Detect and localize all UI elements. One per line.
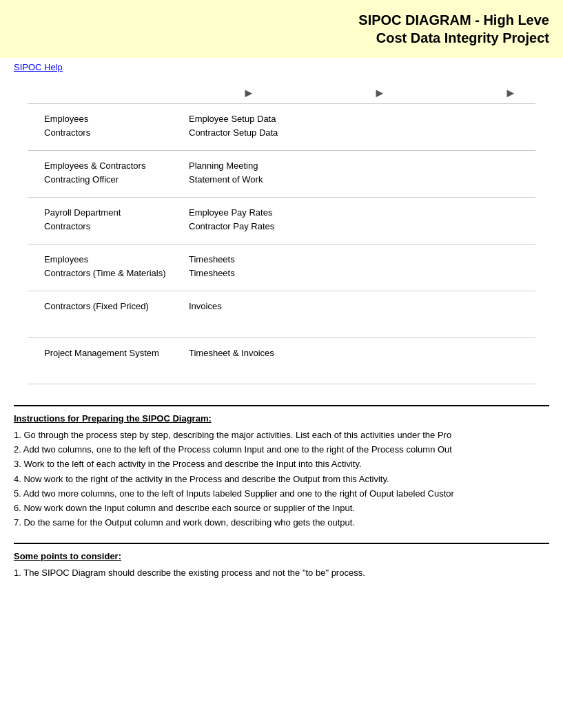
row6-input: Timesheet & Invoices [183,344,314,378]
table-row: EmployeesContractors (Time & Materials) … [28,244,535,291]
arrows-row: ► ► ► [14,83,549,103]
row3-input: Employee Pay RatesContractor Pay Rates [183,203,314,238]
row1-supplier: EmployeesContractors [39,110,183,145]
list-item: 1. Go through the process step by step, … [14,429,549,441]
row5-process [314,297,445,332]
row2-output [445,156,563,191]
table-row: Employees & ContractorsContracting Offic… [28,150,535,197]
arrow-2-icon: ► [373,86,386,101]
row1-output [445,110,563,145]
points-list: 1. The SIPOC Diagram should describe the… [14,567,549,579]
instructions-title: Instructions for Preparing the SIPOC Dia… [14,413,549,424]
col-arrow-3: ► [445,83,563,103]
header-title: SIPOC DIAGRAM - High Leve Cost Data Inte… [358,11,549,47]
row3-process [314,203,445,238]
col-arrow-1: ► [183,83,314,103]
row2-input: Planning MeetingStatement of Work [183,156,314,191]
row1-input: Employee Setup DataContractor Setup Data [183,110,314,145]
row6-output [445,344,563,378]
table-row: Payroll DepartmentContractors Employee P… [28,197,535,244]
row5-supplier: Contractors (Fixed Priced) [39,297,183,332]
row2-process [314,156,445,191]
table-row: Project Management System Timesheet & In… [28,337,535,384]
row6-process [314,344,445,378]
instructions-list: 1. Go through the process step by step, … [14,429,549,529]
row4-output [445,250,563,285]
row6-supplier: Project Management System [39,344,183,378]
arrow-1-icon: ► [243,86,255,101]
instructions-section: Instructions for Preparing the SIPOC Dia… [14,405,549,529]
row4-input: TimesheetsTimesheets [183,250,314,285]
list-item: 5. Add two more columns, one to the left… [14,488,549,500]
row5-input: Invoices [183,297,314,332]
sipoc-help-row: SIPOC Help [0,58,563,76]
list-item: 1. The SIPOC Diagram should describe the… [14,567,549,579]
points-section: Some points to consider: 1. The SIPOC Di… [14,543,549,579]
row3-output [445,203,563,238]
row1-process [314,110,445,145]
list-item: 4. Now work to the right of the activity… [14,473,549,486]
list-item: 6. Now work down the Input column and de… [14,502,549,514]
row5-output [445,297,563,332]
table-row: Contractors (Fixed Priced) Invoices [28,291,535,337]
row2-supplier: Employees & ContractorsContracting Offic… [39,156,183,191]
arrow-3-icon: ► [504,86,517,101]
main-content: ► ► ► EmployeesContractors Employee Setu… [0,83,563,384]
points-title: Some points to consider: [14,551,549,561]
list-item: 2. Add two columns, one to the left of t… [14,444,549,456]
sipoc-table: EmployeesContractors Employee Setup Data… [14,103,549,384]
col-header-supplier [39,83,183,103]
header-banner: SIPOC DIAGRAM - High Leve Cost Data Inte… [0,0,563,58]
list-item: 7. Do the same for the Output column and… [14,517,549,529]
table-row: EmployeesContractors Employee Setup Data… [28,103,535,150]
sipoc-help-link[interactable]: SIPOC Help [14,62,63,72]
row4-process [314,250,445,285]
col-arrow-2: ► [314,83,445,103]
row4-supplier: EmployeesContractors (Time & Materials) [39,250,183,285]
row3-supplier: Payroll DepartmentContractors [39,203,183,238]
list-item: 3. Work to the left of each activity in … [14,458,549,470]
